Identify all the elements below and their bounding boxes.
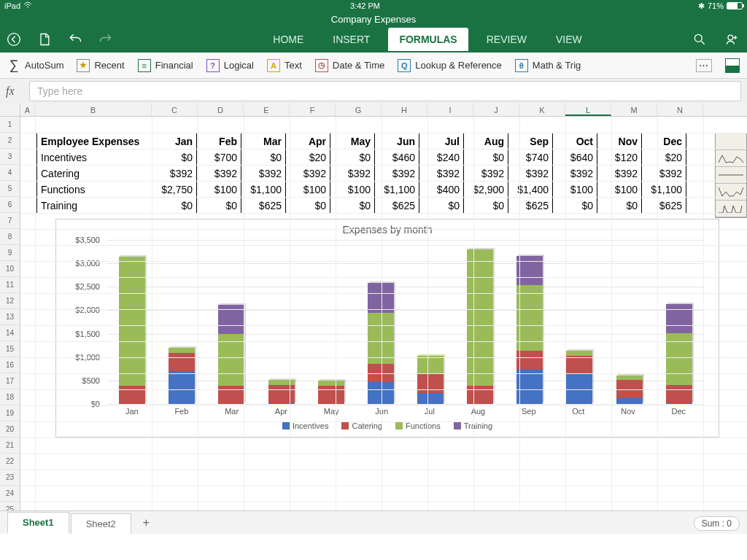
tab-home[interactable]: HOME	[262, 28, 314, 51]
undo-button[interactable]	[67, 31, 83, 47]
row-header-9[interactable]: 9	[0, 245, 20, 261]
document-title: Company Expenses	[331, 14, 416, 25]
row-header-20[interactable]: 20	[0, 421, 20, 438]
col-header-K[interactable]: K	[519, 104, 565, 116]
device-label: iPad	[4, 1, 20, 10]
app-header: Company Expenses HOMEINSERTFORMULASREVIE…	[0, 12, 747, 52]
calculator-button[interactable]	[725, 58, 740, 73]
fx-icon[interactable]: fx	[6, 85, 23, 98]
back-button[interactable]	[6, 31, 22, 47]
svg-point-2	[728, 35, 733, 40]
expenses-chart[interactable]: Expenses by month $0$500$1,000$1,500$2,0…	[55, 219, 719, 438]
bluetooth-icon: ✱	[698, 1, 705, 11]
row-header-24[interactable]: 24	[0, 486, 20, 502]
row-header-18[interactable]: 18	[0, 389, 20, 405]
col-header-D[interactable]: D	[198, 104, 244, 116]
battery-icon	[727, 2, 743, 9]
sheet-tab-sheet1[interactable]: Sheet1	[7, 512, 69, 534]
row-header-10[interactable]: 10	[0, 261, 20, 277]
spreadsheet-grid[interactable]: ABCDEFGHIJKLMN 1234567891011121314151617…	[0, 104, 747, 534]
wifi-icon	[23, 1, 32, 10]
datetime-button[interactable]: ◷Date & Time	[315, 59, 385, 72]
redo-button[interactable]	[98, 31, 114, 47]
row-header-4[interactable]: 4	[0, 165, 20, 181]
tab-insert[interactable]: INSERT	[322, 28, 381, 51]
lookup-button[interactable]: QLookup & Reference	[398, 59, 502, 72]
col-header-B[interactable]: B	[35, 104, 152, 116]
share-button[interactable]	[724, 31, 740, 47]
chart-title: Expenses by month	[56, 219, 719, 237]
row-header-22[interactable]: 22	[0, 454, 20, 470]
col-header-E[interactable]: E	[244, 104, 290, 116]
row-header-7[interactable]: 7	[0, 213, 20, 229]
battery-pct: 71%	[708, 1, 724, 10]
text-button[interactable]: AText	[267, 59, 302, 72]
col-header-H[interactable]: H	[382, 104, 427, 116]
row-header-21[interactable]: 21	[0, 438, 20, 454]
formula-bar: fx	[0, 79, 747, 104]
formula-input[interactable]	[29, 81, 741, 101]
svg-point-1	[694, 34, 702, 42]
col-header-I[interactable]: I	[427, 104, 473, 116]
ribbon-tabs: HOMEINSERTFORMULASREVIEWVIEW	[114, 28, 741, 51]
row-header-15[interactable]: 15	[0, 341, 20, 357]
svg-point-0	[8, 34, 20, 46]
col-header-F[interactable]: F	[290, 104, 336, 116]
row-header-23[interactable]: 23	[0, 470, 20, 486]
col-header-N[interactable]: N	[657, 104, 703, 116]
sheet-tabs: Sheet1Sheet2+Sum : 0	[0, 510, 747, 534]
add-sheet-button[interactable]: +	[133, 512, 160, 534]
logical-button[interactable]: ?Logical	[206, 59, 254, 72]
status-sum: Sum : 0	[694, 516, 740, 531]
expenses-table[interactable]: Employee ExpensesJanFebMarAprMayJunJulAu…	[36, 133, 686, 214]
col-header-C[interactable]: C	[152, 104, 198, 116]
col-header-G[interactable]: G	[336, 104, 382, 116]
row-header-3[interactable]: 3	[0, 149, 20, 165]
tab-review[interactable]: REVIEW	[476, 28, 538, 51]
ios-status-bar: iPad 3:42 PM ✱ 71%	[0, 0, 747, 12]
file-button[interactable]	[36, 31, 53, 47]
col-header-A[interactable]: A	[20, 104, 35, 116]
formulas-ribbon: ∑AutoSum ★Recent ≡Financial ?Logical ATe…	[0, 52, 747, 79]
sparklines-column	[715, 133, 747, 218]
recent-button[interactable]: ★Recent	[77, 59, 124, 72]
row-header-16[interactable]: 16	[0, 357, 20, 373]
row-header-2[interactable]: 2	[0, 133, 20, 149]
sheet-tab-sheet2[interactable]: Sheet2	[71, 513, 131, 534]
search-button[interactable]	[692, 31, 708, 47]
select-all-corner[interactable]	[0, 104, 20, 116]
col-header-L[interactable]: L	[565, 104, 611, 116]
tab-formulas[interactable]: FORMULAS	[388, 28, 468, 51]
more-functions-button[interactable]: ⋯	[696, 59, 712, 72]
sparkline-training	[716, 201, 746, 217]
row-header-5[interactable]: 5	[0, 181, 20, 197]
col-header-M[interactable]: M	[611, 104, 657, 116]
row-header-1[interactable]: 1	[0, 117, 20, 133]
autosum-button[interactable]: ∑AutoSum	[7, 59, 63, 72]
math-button[interactable]: θMath & Trig	[515, 59, 581, 72]
col-header-J[interactable]: J	[473, 104, 519, 116]
row-header-13[interactable]: 13	[0, 309, 20, 325]
row-header-17[interactable]: 17	[0, 373, 20, 389]
financial-button[interactable]: ≡Financial	[138, 59, 193, 72]
tab-view[interactable]: VIEW	[545, 28, 593, 51]
row-header-12[interactable]: 12	[0, 293, 20, 309]
row-header-19[interactable]: 19	[0, 405, 20, 421]
row-header-6[interactable]: 6	[0, 197, 20, 213]
sparkline-functions	[716, 184, 746, 201]
row-header-14[interactable]: 14	[0, 325, 20, 341]
row-header-8[interactable]: 8	[0, 229, 20, 245]
row-header-11[interactable]: 11	[0, 277, 20, 293]
clock: 3:42 PM	[350, 1, 380, 10]
